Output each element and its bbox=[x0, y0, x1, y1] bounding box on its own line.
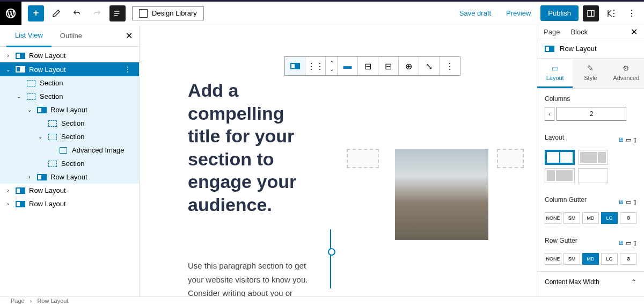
tree-item-label: Row Layout bbox=[29, 200, 66, 208]
kadence-icon[interactable] bbox=[603, 5, 619, 21]
drag-handle-icon[interactable]: ⋮⋮ bbox=[305, 57, 326, 75]
tree-toggle-icon[interactable]: › bbox=[4, 187, 12, 193]
list-view-icon[interactable] bbox=[109, 5, 126, 21]
tree-toggle-icon[interactable]: ⌄ bbox=[4, 67, 12, 73]
section-heading[interactable]: Add a compelling title for your section … bbox=[188, 79, 309, 216]
add-column-icon[interactable]: ⊕ bbox=[399, 57, 419, 75]
gutter-option-none[interactable]: NONE bbox=[545, 253, 561, 265]
decrement-icon[interactable]: ‹ bbox=[545, 107, 554, 121]
style-icon: ✎ bbox=[587, 64, 594, 73]
layout-option-right-wide[interactable] bbox=[545, 168, 575, 183]
edit-icon[interactable] bbox=[48, 5, 64, 21]
sidebar-toggle-icon[interactable] bbox=[583, 5, 599, 21]
selected-block-name: Row Layout bbox=[537, 39, 644, 59]
device-icons[interactable]: 🖥▭▯ bbox=[618, 136, 636, 143]
device-icons[interactable]: 🖥▭▯ bbox=[618, 240, 636, 247]
row-layout-icon bbox=[15, 200, 26, 208]
section-icon bbox=[26, 93, 36, 100]
placeholder-box bbox=[497, 149, 524, 168]
tree-toggle-icon[interactable]: › bbox=[4, 53, 12, 59]
tree-item[interactable]: Section bbox=[0, 157, 139, 170]
gutter-option-sm[interactable]: SM bbox=[564, 212, 580, 224]
options-icon[interactable]: ⋮ bbox=[624, 5, 640, 21]
tree-toggle-icon[interactable]: › bbox=[26, 174, 33, 180]
layout-icon: ▭ bbox=[552, 64, 559, 73]
chevron-up-icon[interactable]: ⌃ bbox=[631, 278, 636, 286]
content-max-width-label[interactable]: Content Max Width bbox=[545, 278, 599, 286]
tree-item-label: Row Layout bbox=[29, 186, 66, 194]
device-icons[interactable]: 🖥▭▯ bbox=[618, 199, 636, 206]
breadcrumb-block[interactable]: Row Layout bbox=[37, 298, 68, 304]
svg-rect-2 bbox=[114, 15, 118, 16]
columns-input[interactable] bbox=[557, 107, 626, 121]
redo-icon[interactable] bbox=[89, 5, 105, 21]
design-library-button[interactable]: Design Library bbox=[132, 6, 204, 20]
tab-outline[interactable]: Outline bbox=[52, 25, 91, 46]
tree-toggle-icon[interactable]: ⌄ bbox=[26, 107, 33, 113]
align-top-icon[interactable]: ⊟ bbox=[358, 57, 378, 75]
tree-item[interactable]: ⌄Row Layout bbox=[0, 103, 139, 117]
tree-item[interactable]: Section bbox=[0, 117, 139, 130]
tab-block[interactable]: Block bbox=[570, 28, 588, 36]
gutter-option-none[interactable]: NONE bbox=[545, 212, 561, 224]
row-layout-icon bbox=[36, 173, 47, 181]
svg-rect-3 bbox=[588, 10, 594, 16]
block-inserter-handle[interactable] bbox=[330, 229, 331, 288]
tree-toggle-icon[interactable]: ⌄ bbox=[36, 134, 44, 140]
tree-toggle-icon[interactable]: ⌄ bbox=[15, 93, 23, 99]
gutter-option-lg[interactable]: LG bbox=[601, 253, 618, 265]
tree-item[interactable]: ›Row Layout bbox=[0, 197, 139, 211]
tree-item-label: Advanced Image bbox=[72, 146, 125, 154]
tree-item[interactable]: Section bbox=[0, 76, 139, 90]
tree-item[interactable]: ›Row Layout bbox=[0, 49, 139, 62]
gutter-custom-icon[interactable]: ⚙ bbox=[620, 253, 636, 265]
add-block-button[interactable]: + bbox=[28, 5, 44, 21]
options-icon[interactable]: ⋮ bbox=[121, 65, 135, 74]
tree-item[interactable]: ⌄Section bbox=[0, 130, 139, 143]
tab-page[interactable]: Page bbox=[544, 28, 560, 36]
tree-toggle-icon[interactable]: › bbox=[4, 201, 12, 207]
advanced-icon: ⚙ bbox=[623, 64, 630, 73]
editor-header: + Design Library Save draft Preview Publ… bbox=[0, 2, 644, 25]
tree-item[interactable]: ›Row Layout bbox=[0, 170, 139, 184]
preview-button[interactable]: Preview bbox=[501, 6, 536, 20]
tree-item-label: Row Layout bbox=[29, 52, 66, 60]
tab-list-view[interactable]: List View bbox=[6, 25, 52, 47]
tree-item[interactable]: ⌄Row Layout⋮ bbox=[0, 62, 139, 76]
breadcrumb-page[interactable]: Page bbox=[11, 298, 25, 304]
section-paragraph[interactable]: Use this paragraph section to get your w… bbox=[188, 259, 309, 296]
tree-item[interactable]: Advanced Image bbox=[0, 143, 139, 157]
row-gutter-label: Row Gutter bbox=[545, 237, 577, 244]
block-type-icon[interactable] bbox=[285, 57, 305, 75]
layout-option-equal[interactable] bbox=[545, 150, 575, 165]
block-options-icon[interactable]: ⋮ bbox=[440, 57, 460, 75]
tree-item[interactable]: ›Row Layout bbox=[0, 184, 139, 197]
subtab-layout[interactable]: ▭Layout bbox=[537, 59, 573, 88]
section-icon bbox=[26, 79, 36, 87]
close-icon[interactable]: ✕ bbox=[631, 27, 638, 37]
move-arrows[interactable]: ⌃⌄ bbox=[326, 57, 338, 75]
subtab-style[interactable]: ✎Style bbox=[573, 59, 608, 88]
save-draft-button[interactable]: Save draft bbox=[454, 6, 496, 20]
section-icon bbox=[47, 133, 58, 141]
publish-button[interactable]: Publish bbox=[540, 5, 579, 21]
subtab-advanced[interactable]: ⚙Advanced bbox=[609, 59, 644, 88]
gutter-option-md[interactable]: MD bbox=[582, 253, 599, 265]
close-icon[interactable]: ✕ bbox=[126, 31, 133, 41]
gutter-option-lg[interactable]: LG bbox=[601, 212, 618, 224]
wordpress-logo[interactable] bbox=[0, 2, 21, 25]
advanced-image[interactable] bbox=[395, 149, 488, 240]
svg-rect-1 bbox=[114, 13, 119, 13]
gutter-option-md[interactable]: MD bbox=[582, 212, 599, 224]
undo-icon[interactable] bbox=[69, 5, 85, 21]
gutter-custom-icon[interactable]: ⚙ bbox=[620, 212, 636, 224]
resize-icon[interactable]: ⤡ bbox=[419, 57, 440, 75]
layout-option-left-wide[interactable] bbox=[578, 150, 608, 165]
tree-item[interactable]: ⌄Section bbox=[0, 90, 139, 103]
gutter-option-sm[interactable]: SM bbox=[564, 253, 580, 265]
align-mid-icon[interactable]: ⊟ bbox=[378, 57, 399, 75]
layout-option-stacked[interactable] bbox=[578, 168, 608, 183]
row-layout-icon bbox=[15, 187, 26, 194]
align-full-icon[interactable]: ▬ bbox=[338, 57, 358, 75]
image-icon bbox=[58, 147, 69, 154]
